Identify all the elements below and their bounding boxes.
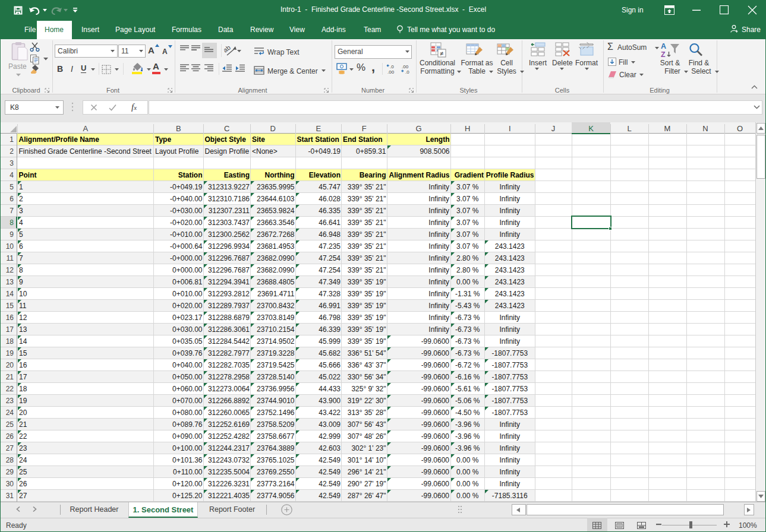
svg-text:A: A — [661, 42, 666, 50]
svg-text:.0: .0 — [405, 69, 409, 74]
svg-text:.0: .0 — [390, 64, 394, 69]
svg-text:.00: .00 — [402, 64, 409, 69]
svg-text:≠: ≠ — [440, 50, 443, 57]
svg-text:.00: .00 — [387, 69, 395, 74]
svg-text:Z: Z — [661, 50, 666, 58]
